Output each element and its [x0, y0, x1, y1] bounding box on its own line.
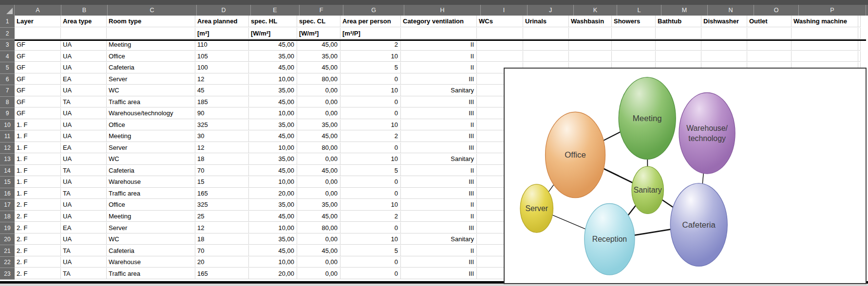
- cell-D15[interactable]: 15: [195, 177, 249, 188]
- cell-A13[interactable]: 1. F: [15, 154, 61, 165]
- cell-M1[interactable]: Bathtub: [656, 16, 701, 27]
- cell-B6[interactable]: EA: [61, 74, 107, 85]
- cell-B20[interactable]: UA: [61, 234, 107, 245]
- row-header-2[interactable]: 2: [0, 28, 15, 39]
- cell-F16[interactable]: 0,00: [297, 188, 340, 199]
- cell-C20[interactable]: WC: [107, 234, 195, 245]
- cell-A14[interactable]: 1. F: [15, 165, 61, 177]
- column-header-E[interactable]: E: [251, 5, 300, 16]
- cell-G6[interactable]: 0: [340, 74, 401, 85]
- cell-E9[interactable]: 10,00: [249, 108, 297, 119]
- cell-E17[interactable]: 35,00: [249, 199, 297, 211]
- cell-C2[interactable]: [107, 28, 195, 39]
- column-header-O[interactable]: O: [754, 5, 799, 16]
- row-header-3[interactable]: 3: [0, 39, 15, 51]
- column-header-A[interactable]: A: [15, 5, 61, 16]
- column-header-L[interactable]: L: [617, 5, 661, 16]
- cell-B18[interactable]: UA: [61, 211, 107, 222]
- cell-B13[interactable]: UA: [61, 154, 107, 165]
- cell-A6[interactable]: GF: [15, 74, 61, 85]
- cell-E21[interactable]: 45,00: [249, 245, 297, 256]
- cell-N2[interactable]: [701, 28, 747, 39]
- column-header-F[interactable]: F: [300, 5, 343, 16]
- cell-F11[interactable]: 45,00: [297, 131, 340, 142]
- cell-F7[interactable]: 0,00: [297, 85, 340, 96]
- cell-L2[interactable]: [612, 28, 656, 39]
- cell-G4[interactable]: 10: [340, 51, 401, 62]
- cell-F21[interactable]: 45,00: [297, 245, 340, 256]
- cell-O1[interactable]: Outlet: [747, 16, 792, 27]
- cell-J1[interactable]: Urinals: [523, 16, 569, 27]
- cell-E13[interactable]: 35,00: [249, 154, 297, 165]
- cell-O3[interactable]: [747, 39, 792, 51]
- row-header-11[interactable]: 11: [0, 131, 15, 143]
- cell-E8[interactable]: 45,00: [249, 97, 297, 108]
- cell-B1[interactable]: Area type: [61, 16, 107, 27]
- cell-D23[interactable]: 165: [195, 268, 249, 279]
- cell-C22[interactable]: Warehouse: [107, 257, 195, 268]
- row-header-22[interactable]: 22: [0, 257, 15, 268]
- cell-C10[interactable]: Office: [107, 120, 195, 131]
- cell-H7[interactable]: Sanitary: [401, 85, 477, 96]
- cell-E1[interactable]: spec. HL: [249, 16, 297, 27]
- row-header-4[interactable]: 4: [0, 51, 15, 63]
- cell-K4[interactable]: [569, 51, 612, 62]
- cell-F8[interactable]: 0,00: [297, 97, 340, 108]
- cell-E15[interactable]: 10,00: [249, 177, 297, 188]
- cell-G1[interactable]: Area per person: [340, 16, 401, 27]
- row-header-16[interactable]: 16: [0, 188, 15, 200]
- cell-B12[interactable]: EA: [61, 143, 107, 154]
- cell-F12[interactable]: 80,00: [297, 143, 340, 154]
- cell-D3[interactable]: 110: [195, 39, 249, 51]
- cell-G5[interactable]: 5: [340, 62, 401, 73]
- row-header-6[interactable]: 6: [0, 74, 15, 86]
- cell-D13[interactable]: 18: [195, 154, 249, 165]
- cell-E18[interactable]: 45,00: [249, 211, 297, 222]
- cell-F9[interactable]: 0,00: [297, 108, 340, 119]
- cell-G2[interactable]: [m²/P]: [340, 28, 401, 39]
- cell-F23[interactable]: 0,00: [297, 268, 340, 279]
- cell-B4[interactable]: UA: [61, 51, 107, 62]
- cell-A1[interactable]: Layer: [15, 16, 61, 27]
- cell-F2[interactable]: [W/m²]: [297, 28, 340, 39]
- column-header-N[interactable]: N: [708, 5, 754, 16]
- cell-C9[interactable]: Warehouse/technology: [107, 108, 195, 119]
- cell-G8[interactable]: 0: [340, 97, 401, 108]
- cell-E7[interactable]: 35,00: [249, 85, 297, 96]
- row-header-5[interactable]: 5: [0, 62, 15, 74]
- cell-F18[interactable]: 45,00: [297, 211, 340, 222]
- cell-H3[interactable]: II: [401, 39, 477, 51]
- cell-E6[interactable]: 10,00: [249, 74, 297, 85]
- cell-A22[interactable]: 2. F: [15, 257, 61, 268]
- cell-E23[interactable]: 20,00: [249, 268, 297, 279]
- cell-G16[interactable]: 0: [340, 188, 401, 199]
- cell-A12[interactable]: 1. F: [15, 143, 61, 154]
- cell-D7[interactable]: 45: [195, 85, 249, 96]
- cell-F20[interactable]: 0,00: [297, 234, 340, 245]
- cell-C7[interactable]: WC: [107, 85, 195, 96]
- cell-H11[interactable]: III: [401, 131, 477, 142]
- cell-D21[interactable]: 70: [195, 245, 249, 256]
- row-header-10[interactable]: 10: [0, 120, 15, 131]
- cell-C12[interactable]: Server: [107, 143, 195, 154]
- cell-G20[interactable]: 10: [340, 234, 401, 245]
- cell-K3[interactable]: [569, 39, 612, 51]
- column-header-J[interactable]: J: [528, 5, 574, 16]
- cell-C13[interactable]: WC: [107, 154, 195, 165]
- cell-H12[interactable]: III: [401, 143, 477, 154]
- cell-B5[interactable]: UA: [61, 62, 107, 73]
- cell-H21[interactable]: II: [401, 245, 477, 256]
- cell-N3[interactable]: [701, 39, 747, 51]
- cell-A2[interactable]: [15, 28, 61, 39]
- cell-C3[interactable]: Meeting: [107, 39, 195, 51]
- cell-A8[interactable]: GF: [15, 97, 61, 108]
- cell-M4[interactable]: [656, 51, 701, 62]
- row-header-9[interactable]: 9: [0, 108, 15, 120]
- cell-A19[interactable]: 2. F: [15, 222, 61, 233]
- cell-G11[interactable]: 2: [340, 131, 401, 142]
- cell-C21[interactable]: Cafeteria: [107, 245, 195, 256]
- cell-H8[interactable]: III: [401, 97, 477, 108]
- column-header-H[interactable]: H: [404, 5, 481, 16]
- cell-B3[interactable]: UA: [61, 39, 107, 51]
- cell-C17[interactable]: Office: [107, 199, 195, 211]
